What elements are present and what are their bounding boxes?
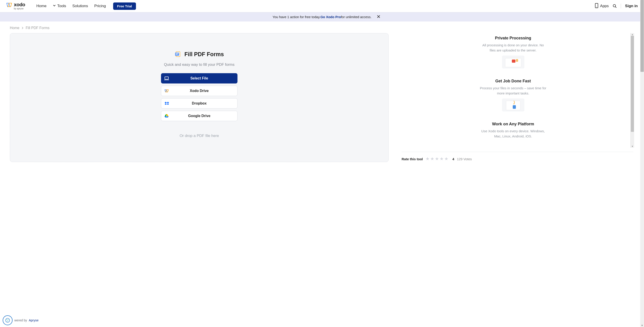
file-drop-panel[interactable]: Fill PDF Forms Quick and easy way to fil… bbox=[10, 33, 389, 162]
svg-rect-10 bbox=[165, 77, 168, 79]
feature-desc: Use Xodo tools on every device. Windows,… bbox=[480, 129, 547, 139]
star-icon[interactable] bbox=[435, 157, 439, 161]
illustration-fast bbox=[502, 99, 524, 112]
tool-header: Fill PDF Forms bbox=[175, 51, 224, 58]
banner-text-before: You have 1 action for free today. bbox=[272, 15, 320, 19]
xodo-drive-button[interactable]: Xodo Drive bbox=[161, 86, 238, 96]
feature-desc: All processing is done on your device. N… bbox=[480, 43, 547, 53]
search-icon[interactable] bbox=[613, 4, 617, 8]
breadcrumb-current: Fill PDF Forms bbox=[26, 26, 50, 30]
features-scrollbar[interactable]: ▲ ▼ bbox=[630, 33, 634, 148]
scroll-up-arrow-icon[interactable]: ▲ bbox=[630, 33, 634, 36]
star-icon[interactable] bbox=[426, 157, 430, 161]
signin-link[interactable]: Sign in bbox=[625, 4, 638, 8]
chevron-down-icon bbox=[53, 4, 56, 8]
banner-cta[interactable]: Go Xodo Pro bbox=[320, 15, 341, 19]
logo-name: xodo bbox=[14, 2, 25, 7]
feature-title: Work on Any Platform bbox=[402, 122, 624, 126]
breadcrumb: Home Fill PDF Forms bbox=[0, 22, 644, 33]
scroll-thumb[interactable] bbox=[631, 36, 634, 132]
nav-pricing[interactable]: Pricing bbox=[94, 4, 106, 8]
rating-stars[interactable] bbox=[426, 157, 448, 161]
app-header: xodo by apryse Home Tools Solutions Pric… bbox=[0, 0, 644, 12]
svg-rect-9 bbox=[176, 54, 178, 55]
logo[interactable]: xodo by apryse bbox=[6, 2, 25, 10]
close-icon[interactable] bbox=[377, 15, 380, 19]
star-icon[interactable] bbox=[430, 157, 434, 161]
drop-hint: Or drop a PDF file here bbox=[180, 134, 219, 138]
feature-private-processing: Private Processing All processing is don… bbox=[402, 36, 624, 69]
nav-home[interactable]: Home bbox=[36, 4, 46, 8]
logo-subtext: by apryse bbox=[14, 8, 25, 10]
features-sidebar: Private Processing All processing is don… bbox=[402, 33, 634, 148]
select-file-button[interactable]: Select File bbox=[161, 73, 238, 84]
feature-title: Get Job Done Fast bbox=[402, 79, 624, 84]
dropbox-button[interactable]: Dropbox bbox=[161, 98, 238, 109]
chevron-right-icon bbox=[22, 26, 24, 30]
divider bbox=[621, 4, 621, 9]
header-right: Apps Sign in bbox=[595, 3, 638, 9]
rating-score: 4 bbox=[452, 157, 454, 161]
xodo-logo-icon bbox=[6, 2, 12, 8]
google-drive-button[interactable]: Google Drive bbox=[161, 111, 238, 121]
laptop-icon bbox=[164, 76, 169, 80]
rating-votes: 129 Votes bbox=[457, 157, 472, 161]
svg-line-3 bbox=[616, 7, 616, 8]
feature-any-platform: Work on Any Platform Use Xodo tools on e… bbox=[402, 122, 624, 139]
xodo-drive-icon bbox=[164, 89, 169, 93]
free-trial-button[interactable]: Free Trial bbox=[113, 3, 136, 10]
star-icon[interactable] bbox=[440, 157, 444, 161]
feature-desc: Process your files in seconds – save tim… bbox=[480, 86, 547, 96]
dropbox-icon bbox=[164, 101, 169, 105]
svg-point-1 bbox=[596, 7, 597, 8]
illustration-private bbox=[502, 56, 524, 69]
nav-tools[interactable]: Tools bbox=[53, 4, 66, 8]
feature-get-job-done-fast: Get Job Done Fast Process your files in … bbox=[402, 79, 624, 112]
page-scroll-thumb[interactable] bbox=[640, 0, 644, 72]
promo-banner: You have 1 action for free today. Go Xod… bbox=[0, 12, 644, 22]
page-scrollbar[interactable]: ▼ bbox=[640, 0, 644, 167]
scroll-down-arrow-icon[interactable]: ▼ bbox=[630, 145, 634, 148]
feature-title: Private Processing bbox=[402, 36, 624, 41]
mobile-icon bbox=[595, 3, 598, 9]
nav-solutions[interactable]: Solutions bbox=[72, 4, 88, 8]
tool-title: Fill PDF Forms bbox=[184, 51, 224, 58]
google-drive-icon bbox=[164, 114, 169, 118]
rating-row: Rate this tool 4 129 Votes bbox=[402, 152, 633, 161]
breadcrumb-home[interactable]: Home bbox=[10, 26, 20, 30]
svg-rect-8 bbox=[176, 53, 178, 54]
banner-text-after: for unlimited access. bbox=[341, 15, 372, 19]
main-nav: Home Tools Solutions Pricing Free Trial bbox=[36, 3, 136, 10]
apps-link[interactable]: Apps bbox=[595, 3, 609, 9]
file-source-buttons: Select File Xodo Drive Dropbox Google Dr… bbox=[161, 73, 238, 121]
tool-subtitle: Quick and easy way to fill your PDF form… bbox=[164, 63, 234, 67]
main-content: Fill PDF Forms Quick and easy way to fil… bbox=[0, 33, 644, 167]
star-icon[interactable] bbox=[444, 157, 448, 161]
fill-pdf-forms-icon bbox=[175, 51, 181, 58]
rating-label: Rate this tool bbox=[402, 157, 423, 161]
